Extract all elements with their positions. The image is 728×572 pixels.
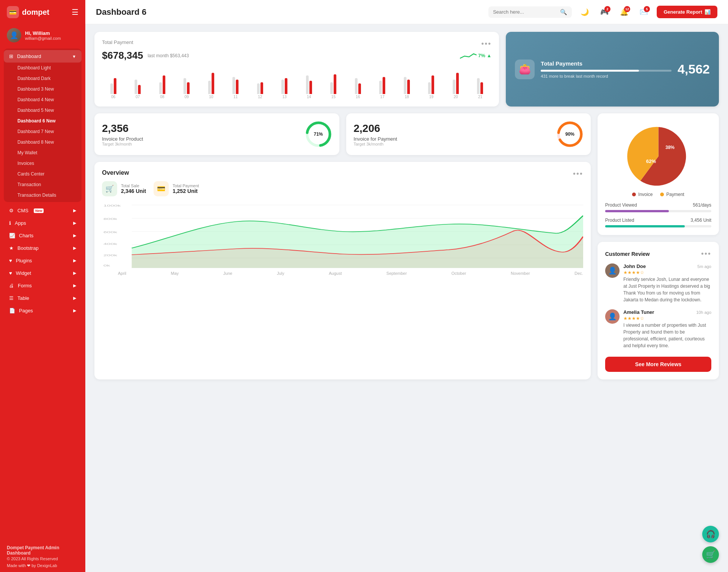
overview-stats: 🛒 Total Sale 2,346 Unit 💳 Total Payment … xyxy=(102,181,583,196)
bootstrap-icon: ★ xyxy=(9,245,14,251)
chart-bar-icon: 📊 xyxy=(704,9,711,15)
reviewer-name: Amelia Tuner xyxy=(623,309,654,315)
cart-float-button[interactable]: 🛒 xyxy=(702,546,719,563)
apps-icon: ℹ xyxy=(9,220,11,226)
sidebar-sub-dashboard-7[interactable]: Dashboard 7 New xyxy=(4,126,82,137)
pie-chart-wrap: 62% 38% xyxy=(605,121,711,192)
payment-bar-chart: 06 07 xyxy=(102,67,491,99)
review-card: Customer Review ••• 👤 John Doe 5m ago ★★… xyxy=(598,242,719,379)
generate-report-button[interactable]: Generate Report 📊 xyxy=(657,6,717,18)
sidebar-item-forms[interactable]: 🖨 Forms ▶ xyxy=(4,279,82,292)
headset-icon: 🎧 xyxy=(706,530,715,539)
sidebar-sub-cards-center[interactable]: Cards Center xyxy=(4,169,82,179)
svg-text:62%: 62% xyxy=(646,158,656,164)
total-payment-card: Total Payment ••• $678,345 last month $5… xyxy=(94,32,499,107)
search-box: 🔍 xyxy=(488,6,572,18)
forms-arrow-icon: ▶ xyxy=(73,283,76,288)
sidebar-item-widget[interactable]: ♥ Widget ▶ xyxy=(4,267,82,279)
product-viewed-bar xyxy=(605,210,711,212)
main-content: Dashboard 6 🔍 🌙 🎮 2 🔔 12 ✉️ 5 Generate R… xyxy=(85,0,728,572)
message-notification-button[interactable]: ✉️ 5 xyxy=(637,5,651,19)
cms-icon: ⚙ xyxy=(9,208,14,213)
total-payments-progress-bar xyxy=(541,70,672,72)
menu-toggle-button[interactable]: ☰ xyxy=(72,8,78,17)
floating-buttons: 🎧 🛒 xyxy=(702,526,719,563)
footer-copy: © 2023 All Rights Reserved xyxy=(7,556,78,561)
plugins-label: Plugins xyxy=(16,258,32,263)
sidebar-item-charts[interactable]: 📈 Charts ▶ xyxy=(4,229,82,242)
total-payments-wide-card: 👛 Total Payments 431 more to break last … xyxy=(506,32,719,107)
see-more-reviews-button[interactable]: See More Reviews xyxy=(605,357,711,372)
charts-label: Charts xyxy=(19,233,33,238)
moon-icon: 🌙 xyxy=(581,8,589,16)
total-sale-value: 2,346 Unit xyxy=(121,188,146,194)
sidebar-sub-transaction[interactable]: Transaction xyxy=(4,179,82,190)
product-listed-value: 3,456 Unit xyxy=(690,218,711,223)
forms-icon: 🖨 xyxy=(9,283,14,288)
reviewer-stars: ★★★★☆ xyxy=(623,316,711,321)
total-payments-label: Total Payments xyxy=(541,60,672,67)
widget-icon: ♥ xyxy=(9,270,12,276)
sidebar-item-plugins[interactable]: ♥ Plugins ▶ xyxy=(4,254,82,267)
widget-label: Widget xyxy=(16,270,31,276)
sidebar-sub-transaction-details[interactable]: Transaction Details xyxy=(4,190,82,201)
sidebar-item-apps[interactable]: ℹ Apps ▶ xyxy=(4,217,82,229)
game-notification-button[interactable]: 🎮 2 xyxy=(598,5,611,19)
overview-options-button[interactable]: ••• xyxy=(573,169,583,178)
dark-mode-button[interactable]: 🌙 xyxy=(578,5,592,19)
reviewer-time: 10h ago xyxy=(696,310,711,315)
topbar: Dashboard 6 🔍 🌙 🎮 2 🔔 12 ✉️ 5 Generate R… xyxy=(85,0,728,24)
charts-icon: 📈 xyxy=(9,233,15,238)
sidebar-sub-dashboard-4[interactable]: Dashboard 4 New xyxy=(4,94,82,105)
svg-text:800k: 800k xyxy=(104,217,118,221)
payment-trend: 7% ▲ xyxy=(460,52,491,60)
payment-amount: $678,345 xyxy=(102,50,143,61)
sidebar-profile: 👤 Hi, William william@gmail.com xyxy=(0,24,85,49)
review-title: Customer Review xyxy=(605,251,650,257)
sidebar-sub-dashboard-8[interactable]: Dashboard 8 New xyxy=(4,137,82,147)
brand-name: dompet xyxy=(22,8,49,17)
content-row-1: Total Payment ••• $678,345 last month $5… xyxy=(94,32,719,107)
overview-title: Overview xyxy=(102,169,129,176)
review-item: 👤 Amelia Tuner 10h ago ★★★★☆ I viewed a … xyxy=(605,309,711,349)
review-avatar: 👤 xyxy=(605,263,620,278)
svg-text:200k: 200k xyxy=(104,254,118,257)
cms-arrow-icon: ▶ xyxy=(73,208,76,213)
payment-last-month: last month $563,443 xyxy=(147,53,189,58)
sidebar-sub-dashboard-3[interactable]: Dashboard 3 New xyxy=(4,84,82,94)
reviewer-name: John Doe xyxy=(623,263,646,269)
support-float-button[interactable]: 🎧 xyxy=(702,526,719,542)
content-row-2: 2,356 Invoice for Product Target 3k/mont… xyxy=(94,113,719,379)
reviewer-time: 5m ago xyxy=(697,264,711,269)
pie-chart-svg: 62% 38% xyxy=(625,123,692,190)
invoice-product-card: 2,356 Invoice for Product Target 3k/mont… xyxy=(94,113,339,155)
bootstrap-arrow-icon: ▶ xyxy=(73,246,76,251)
table-icon: ☰ xyxy=(9,295,14,301)
bell-notification-button[interactable]: 🔔 12 xyxy=(617,5,631,19)
sidebar-item-table[interactable]: ☰ Table ▶ xyxy=(4,292,82,304)
sidebar-sub-dashboard-5[interactable]: Dashboard 5 New xyxy=(4,105,82,116)
total-payment-title: Total Payment xyxy=(102,39,133,45)
sidebar: 💳 dompet ☰ 👤 Hi, William william@gmail.c… xyxy=(0,0,85,572)
sidebar-sub-mywallet[interactable]: My Wallet xyxy=(4,147,82,158)
review-options-button[interactable]: ••• xyxy=(701,249,711,258)
svg-text:1000k: 1000k xyxy=(104,204,121,207)
total-payments-progress-fill xyxy=(541,70,639,72)
sidebar-sub-dashboard-light[interactable]: Dashboard Light xyxy=(4,63,82,73)
sidebar-item-pages[interactable]: 📄 Pages ▶ xyxy=(4,304,82,317)
invoice-product-donut: 71% xyxy=(305,121,332,147)
card-options-button[interactable]: ••• xyxy=(481,39,491,48)
total-payments-count: 4,562 xyxy=(678,62,710,77)
sidebar-item-bootstrap[interactable]: ★ Bootstrap ▶ xyxy=(4,242,82,254)
pages-label: Pages xyxy=(19,308,33,313)
chart-x-labels: April May June July August September Oct… xyxy=(102,271,583,276)
sidebar-item-dashboard[interactable]: ⊞ Dashboard ▼ xyxy=(4,50,82,63)
plugins-arrow-icon: ▶ xyxy=(73,258,76,263)
sidebar-sub-invoices[interactable]: Invoices xyxy=(4,158,82,169)
sidebar-item-cms[interactable]: ⚙ CMS New ▶ xyxy=(4,204,82,217)
product-listed-fill xyxy=(605,225,685,227)
svg-text:400k: 400k xyxy=(104,242,118,246)
sidebar-sub-dashboard-6[interactable]: Dashboard 6 New xyxy=(4,116,82,126)
search-input[interactable] xyxy=(493,9,557,15)
sidebar-sub-dashboard-dark[interactable]: Dashboard Dark xyxy=(4,73,82,84)
